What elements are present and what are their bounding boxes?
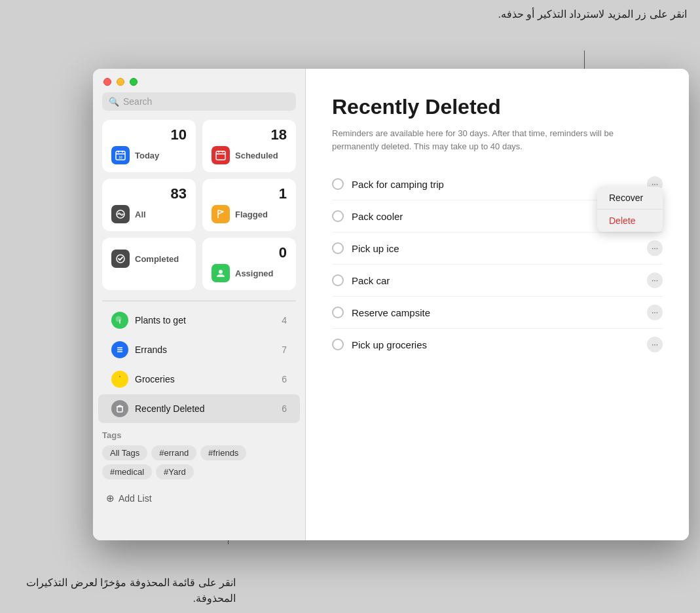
more-button-4[interactable]: ··· [647,272,663,288]
page-title: Recently Deleted [332,95,663,119]
more-button-6[interactable]: ··· [647,337,663,352]
assigned-count: 0 [212,246,287,260]
list-item-groceries[interactable]: Groceries 6 [98,365,300,394]
main-content: Recently Deleted Reminders are available… [306,69,689,540]
all-label: All [135,210,146,219]
add-list-button[interactable]: ⊕ Add List [93,486,305,511]
assigned-icon [212,264,230,282]
maximize-button[interactable] [130,78,138,86]
reminder-checkbox-5[interactable] [332,306,344,318]
svg-point-13 [116,316,121,322]
svg-point-12 [219,270,223,274]
reminder-text-5: Reserve campsite [352,307,639,318]
smart-card-completed[interactable]: Completed [102,238,196,290]
tag-friends[interactable]: #friends [200,445,246,460]
tag-all-tags[interactable]: All Tags [102,445,147,460]
tags-wrap: All Tags #errand #friends #medical #Yard [102,445,296,479]
search-placeholder: Search [123,96,152,107]
tags-section: Tags All Tags #errand #friends #medical … [93,424,305,486]
all-icon [111,205,130,223]
reminder-item-1: Pack for camping trip ··· Recover Delete [332,168,663,200]
list-item-recently-deleted[interactable]: Recently Deleted 6 [98,394,300,423]
smart-card-assigned[interactable]: 0 Assigned [202,238,296,290]
reminders-list: Pack for camping trip ··· Recover Delete… [332,168,663,360]
smart-card-flagged[interactable]: 1 Flagged [202,179,296,231]
section-divider-1 [102,301,296,301]
close-button[interactable] [103,78,111,86]
svg-rect-5 [216,151,225,160]
search-icon: 🔍 [109,97,119,107]
svg-text:10: 10 [119,155,122,159]
errands-icon [111,341,128,358]
recover-action[interactable]: Recover [597,187,663,210]
assigned-label: Assigned [235,269,274,278]
smart-card-scheduled[interactable]: 18 Scheduled [202,120,296,172]
completed-label: Completed [135,254,179,264]
reminder-text-4: Pack car [352,275,639,286]
my-lists: Plants to get 4 Errands 7 [93,305,305,424]
reminder-checkbox-2[interactable] [332,210,344,222]
flagged-icon [212,205,230,223]
plants-count: 4 [282,315,287,325]
reminder-item-4: Pack car ··· [332,265,663,297]
smart-lists-grid: 10 10 Today 18 [93,120,305,297]
plants-icon [111,312,128,329]
annotation-bottom-left: انقر على قائمة المحذوفة مؤخرًا لعرض التذ… [13,575,236,606]
reminder-text-2: Pack cooler [352,211,639,222]
scheduled-label: Scheduled [235,151,278,160]
list-item-errands[interactable]: Errands 7 [98,335,300,364]
sidebar: 🔍 Search 10 10 [93,69,306,540]
scheduled-count: 18 [212,128,287,142]
delete-action[interactable]: Delete [597,210,663,232]
reminder-checkbox-6[interactable] [332,339,344,350]
tags-title: Tags [102,430,296,440]
svg-point-19 [118,377,122,381]
annotation-top-right: انقر على زر المزيد لاسترداد التذكير أو ح… [498,7,687,22]
today-label: Today [135,151,159,160]
reminder-text-6: Pick up groceries [352,339,639,350]
scheduled-icon [212,146,230,164]
reminder-text-1: Pack for camping trip [352,179,639,190]
plants-label: Plants to get [135,315,275,325]
list-item-plants[interactable]: Plants to get 4 [98,306,300,335]
reminder-item-3: Pick up ice ··· [332,232,663,265]
flagged-label: Flagged [235,210,268,219]
recently-deleted-label: Recently Deleted [135,403,275,414]
search-bar[interactable]: 🔍 Search [102,92,296,111]
add-list-label: Add List [119,493,152,504]
smart-card-all[interactable]: 83 All [102,179,196,231]
reminder-item-5: Reserve campsite ··· [332,297,663,329]
titlebar [93,69,305,92]
groceries-icon [111,371,128,388]
reminder-checkbox-4[interactable] [332,274,344,286]
action-popup: Recover Delete [597,187,663,232]
tag-yard[interactable]: #Yard [156,464,194,479]
completed-icon [111,250,130,268]
recently-deleted-icon [111,400,128,417]
tag-errand[interactable]: #errand [151,445,196,460]
more-button-5[interactable]: ··· [647,305,663,320]
svg-rect-21 [117,407,122,412]
recently-deleted-count: 6 [282,403,287,414]
groceries-count: 6 [282,374,287,384]
reminder-checkbox-3[interactable] [332,242,344,254]
today-count: 10 [111,128,187,142]
smart-card-today[interactable]: 10 10 Today [102,120,196,172]
flagged-count: 1 [212,187,287,201]
errands-label: Errands [135,344,275,355]
tag-medical[interactable]: #medical [102,464,152,479]
app-window: 🔍 Search 10 10 [93,69,689,540]
reminder-item-6: Pick up groceries ··· [332,329,663,360]
minimize-button[interactable] [117,78,124,86]
today-icon: 10 [111,146,130,164]
more-button-3[interactable]: ··· [647,240,663,256]
reminder-checkbox-1[interactable] [332,178,344,190]
add-list-icon: ⊕ [106,492,115,504]
all-count: 83 [111,187,187,201]
reminder-text-3: Pick up ice [352,243,639,254]
groceries-label: Groceries [135,374,275,384]
page-description: Reminders are available here for 30 days… [332,127,663,153]
errands-count: 7 [282,344,287,355]
